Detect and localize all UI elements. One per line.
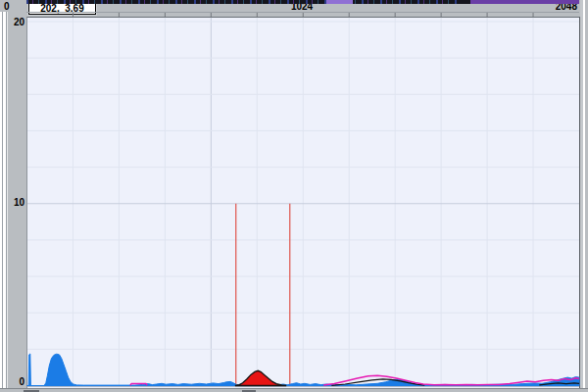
window-right-border [580,0,588,392]
density-strip [26,0,579,4]
window-left-border [0,12,8,392]
clipped-next-row [0,388,588,392]
density-strip-segment [470,0,579,4]
app-window: 0 1024 2048 202, 3.69 20 10 0 [0,0,588,392]
density-strip-speckle [26,0,458,4]
density-strip-segment [326,0,354,4]
plot-canvas[interactable] [26,17,580,390]
x-axis-label-min: 0 [4,1,10,12]
